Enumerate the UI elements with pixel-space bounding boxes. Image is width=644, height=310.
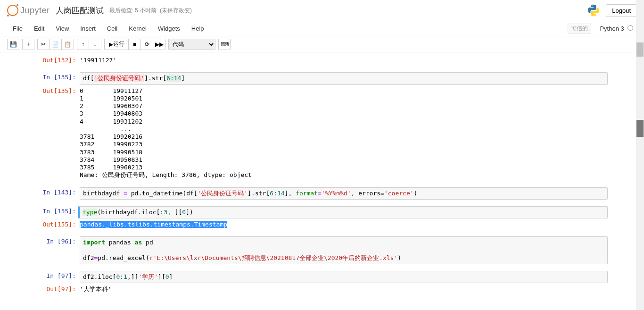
kernel-status-icon	[627, 25, 633, 31]
toolbar: 💾 ＋ ✂ 📄 📋 ↑ ↓ ▶ 运行 ■ ⟳ ▶▶ 代码 ⌨	[0, 36, 644, 52]
move-down-button[interactable]: ↓	[89, 39, 101, 50]
cell-in-143[interactable]: In [143]: birthdaydf = pd.to_datetime(df…	[33, 187, 611, 200]
logo-icon	[7, 5, 18, 16]
menu-edit[interactable]: Edit	[28, 22, 50, 35]
trusted-indicator[interactable]: 可信的	[568, 24, 591, 34]
add-cell-button[interactable]: ＋	[22, 39, 34, 50]
menu-left: File Edit View Insert Cell Kernel Widget…	[7, 22, 210, 35]
menu-help[interactable]: Help	[186, 22, 210, 35]
menu-cell[interactable]: Cell	[101, 22, 123, 35]
copy-button[interactable]: 📄	[50, 39, 62, 50]
menu-kernel[interactable]: Kernel	[123, 22, 152, 35]
out-prompt: Out[97]:	[33, 284, 80, 294]
cell-out-135[interactable]: Out[135]: 0 19911127 1 19920501 2 199603…	[33, 86, 611, 181]
header-left: Jupyter 人岗匹配测试 最后检查: 5 小时前 (未保存改变)	[7, 5, 192, 16]
output-text: 0 19911127 1 19920501 2 19960307 3 19940…	[80, 86, 608, 181]
in-prompt: In [143]:	[33, 187, 80, 200]
code-input[interactable]: df['公民身份证号码'].str[6:14]	[80, 72, 608, 84]
kernel-indicator: Python 3	[600, 25, 633, 32]
paste-button[interactable]: 📋	[62, 39, 74, 50]
output-text: pandas._libs.tslibs.timestamps.Timestamp	[80, 219, 608, 230]
save-button[interactable]: 💾	[7, 39, 19, 50]
code-input[interactable]: birthdaydf = pd.to_datetime(df['公民身份证号码'…	[80, 187, 608, 200]
code-input[interactable]: type(birthdaydf.iloc[:3, ][0])	[78, 206, 608, 218]
in-prompt: In [96]:	[33, 236, 80, 264]
out-prompt: Out[155]:	[33, 219, 80, 230]
in-prompt: In [97]:	[33, 271, 80, 283]
logout-button[interactable]: Logout	[606, 4, 637, 17]
code-input[interactable]: df2.iloc[0:1,]['学历'][0]	[80, 271, 608, 283]
header-bar: Jupyter 人岗匹配测试 最后检查: 5 小时前 (未保存改变) Logou…	[0, 0, 644, 21]
menu-view[interactable]: View	[50, 22, 74, 35]
cell-out-97[interactable]: Out[97]: '大学本科'	[33, 284, 611, 294]
cell-in-155[interactable]: In [155]: type(birthdaydf.iloc[:3, ][0])	[33, 206, 611, 218]
stop-button[interactable]: ■	[129, 39, 141, 50]
code-input[interactable]: import pandas as pd df2=pd.read_excel(r'…	[80, 236, 608, 264]
logo-text: Jupyter	[20, 6, 50, 16]
jupyter-logo[interactable]: Jupyter	[7, 5, 50, 16]
scroll-thumb[interactable]	[636, 120, 644, 137]
notebook-name[interactable]: 人岗匹配测试	[56, 5, 104, 16]
last-checkpoint: 最后检查: 5 小时前 (未保存改变)	[109, 7, 192, 15]
kernel-name: Python 3	[600, 25, 624, 32]
cell-type-select[interactable]: 代码	[168, 39, 215, 50]
menu-file[interactable]: File	[7, 22, 28, 35]
run-button[interactable]: ▶ 运行	[104, 39, 129, 50]
out-prompt: Out[132]:	[33, 55, 80, 66]
command-palette-button[interactable]: ⌨	[218, 39, 231, 50]
menu-insert[interactable]: Insert	[74, 22, 101, 35]
cell-out-132[interactable]: Out[132]: '19911127'	[33, 55, 611, 66]
output-text: '19911127'	[80, 55, 608, 66]
menu-bar: File Edit View Insert Cell Kernel Widget…	[0, 21, 644, 36]
output-text: '大学本科'	[80, 284, 608, 294]
menu-widgets[interactable]: Widgets	[152, 22, 186, 35]
scroll-thumb[interactable]	[636, 42, 644, 57]
in-prompt: In [155]:	[33, 206, 80, 218]
in-prompt: In [135]:	[33, 72, 80, 84]
cell-in-96[interactable]: In [96]: import pandas as pd df2=pd.read…	[33, 236, 611, 264]
header-right: Logout	[587, 4, 637, 17]
cell-out-155[interactable]: Out[155]: pandas._libs.tslibs.timestamps…	[33, 219, 611, 230]
notebook-container: Out[132]: '19911127' In [135]: df['公民身份证…	[33, 52, 611, 298]
menu-right: 可信的 Python 3	[568, 24, 637, 34]
out-prompt: Out[135]:	[33, 86, 80, 181]
run-all-button[interactable]: ▶▶	[153, 39, 165, 50]
cell-in-97[interactable]: In [97]: df2.iloc[0:1,]['学历'][0]	[33, 271, 611, 283]
python-icon	[587, 4, 600, 17]
cell-in-135[interactable]: In [135]: df['公民身份证号码'].str[6:14]	[33, 72, 611, 84]
move-up-button[interactable]: ↑	[77, 39, 89, 50]
restart-button[interactable]: ⟳	[141, 39, 153, 50]
scrollbar[interactable]	[636, 0, 644, 298]
cut-button[interactable]: ✂	[37, 39, 50, 50]
